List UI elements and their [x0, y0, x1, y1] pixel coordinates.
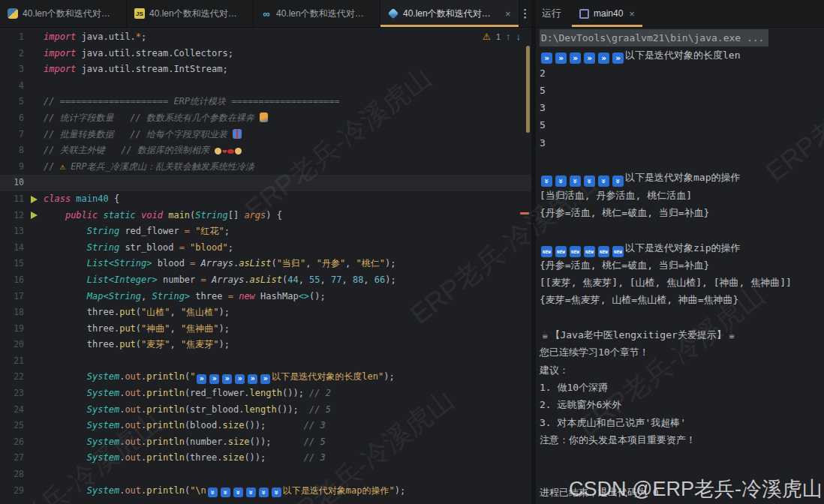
- code-text: List<Integer> number = Arrays.asList(44,…: [44, 272, 396, 289]
- gutter-slot: [24, 386, 44, 402]
- code-token: str_blood: [125, 242, 179, 253]
- editor-tab-3[interactable]: ∞40.len个数和迭代对象map_zip: [254, 0, 380, 27]
- code-token: ,: [345, 258, 356, 268]
- code-token: out: [125, 452, 141, 463]
- console-line-text: [[麦芽, 焦麦芽], [山楂, 焦山楂], [神曲, 焦神曲]]: [540, 274, 792, 291]
- code-token: System: [87, 436, 119, 447]
- inspection-widget[interactable]: ⚠ 1 ↑ ↓: [483, 31, 521, 42]
- code-token: three.: [44, 307, 119, 317]
- code-token: ERP老兵_冷溪虎山：乱关联会触发系统性冷淡: [71, 161, 254, 172]
- code-token: List: [87, 258, 109, 268]
- code-token: 以下是迭代对象map的操作: [625, 172, 740, 183]
- fast-forward-badge-icon: »: [209, 374, 219, 384]
- next-issue-down-arrow-icon[interactable]: ↓: [516, 31, 522, 42]
- code-line: 6// 统计字段数量 // 数数系统有几个参数在裸奔: [0, 110, 531, 127]
- code-token: three: [195, 291, 227, 302]
- code-token: 【Java老中医lengxitiger关爱提示】: [550, 329, 726, 340]
- code-token: 您已连续学习10个章节！: [540, 346, 649, 358]
- tab-close-icon[interactable]: ×: [505, 8, 511, 20]
- editor-tab-1[interactable]: 40.len个数和迭代对象map_zip: [0, 0, 127, 27]
- fast-forward-badge-icon: »: [555, 52, 567, 64]
- tab-options-button[interactable]: ⋮: [519, 0, 531, 27]
- code-token: ());: [244, 420, 303, 430]
- python-icon: [8, 8, 18, 19]
- code-text: String red_flower = "红花";: [44, 224, 230, 240]
- code-text: // ==================== ERP统计模块 ========…: [44, 94, 340, 110]
- run-gutter-button[interactable]: [24, 208, 44, 224]
- down-arrow-badge-icon: »: [584, 176, 595, 187]
- line-number: 20: [0, 337, 24, 353]
- gutter-slot: [24, 240, 44, 256]
- csdn-watermark: CSDN @ERP老兵-冷溪虎山: [569, 476, 822, 502]
- line-number: 15: [0, 256, 24, 272]
- code-token: put: [119, 307, 136, 317]
- console-line: [540, 448, 824, 466]
- new-badge-icon: NEW: [541, 246, 552, 257]
- line-number: 4: [0, 78, 24, 94]
- cube-glyph: [388, 8, 398, 19]
- code-token: [44, 210, 65, 220]
- necktie-emoji-icon: [233, 129, 242, 139]
- editor-tab-2[interactable]: JS40.len个数和迭代对象map_zip: [127, 0, 254, 27]
- code-line: 24 System.out.println(str_blood.length()…: [0, 402, 531, 418]
- code-token: java.util.: [82, 32, 136, 42]
- code-line: 21: [0, 353, 531, 370]
- code-token: ());: [282, 388, 309, 398]
- console-line-text: {丹参=活血, 桃仁=破血, 当归=补血}: [540, 256, 709, 274]
- code-text: import java.util.*;: [44, 29, 146, 46]
- console-line: »»»»»»以下是迭代对象的长度len: [540, 46, 824, 64]
- code-token: // 3: [304, 420, 326, 430]
- code-line: 26 System.out.println(number.size()); //…: [0, 434, 531, 451]
- console-line: 5: [540, 82, 824, 99]
- console-line: 您已连续学习10个章节！: [540, 344, 824, 361]
- console-line: ☕【Java老中医lengxitiger关爱提示】☕: [540, 326, 824, 344]
- prev-issue-up-arrow-icon[interactable]: ↑: [506, 31, 511, 42]
- code-token: =: [190, 258, 200, 268]
- code-token: String: [109, 291, 141, 302]
- code-token: ;: [224, 226, 230, 236]
- code-token: ());: [277, 404, 309, 415]
- code-line: 8// 关联主外键 // 数据库的强制相亲 ❤: [0, 142, 531, 159]
- console-line[interactable]: D:\DevTools\graalvm21\bin\java.exe ...: [540, 29, 824, 46]
- down-arrow-badge-icon: »: [208, 488, 218, 497]
- gutter-slot: [24, 418, 44, 434]
- code-token: import: [44, 48, 82, 58]
- code-text: import java.util.stream.IntStream;: [44, 62, 228, 78]
- code-line: 4: [0, 78, 531, 94]
- console-line: [540, 221, 824, 238]
- code-token: ,: [341, 274, 352, 285]
- code-line: 22 System.out.println("»»»»»»以下是迭代对象的长度l…: [0, 369, 531, 386]
- down-arrow-badge-icon: »: [541, 176, 552, 187]
- console-line: 3: [540, 134, 824, 152]
- editor-tab-4[interactable]: 40.len个数和迭代对象map_×: [380, 0, 519, 27]
- console-output: D:\DevTools\graalvm21\bin\java.exe ...»»…: [540, 29, 824, 501]
- code-token: (: [136, 339, 141, 350]
- console-line-text: 3. 对本虎山和自己说声'我超棒': [540, 414, 686, 431]
- console-line-text: 3: [540, 99, 546, 116]
- fast-forward-badge-icon: »: [541, 52, 552, 64]
- scrollbar-marker[interactable]: [526, 46, 530, 133]
- code-token: 55: [309, 274, 320, 285]
- run-gutter-button[interactable]: [24, 191, 44, 208]
- line-number: 23: [0, 386, 24, 402]
- code-token: size: [222, 420, 244, 430]
- code-token: Map: [87, 291, 104, 302]
- line-number: 6: [0, 110, 24, 127]
- ide-window: 40.len个数和迭代对象map_zipJS40.len个数和迭代对象map_z…: [0, 0, 824, 504]
- run-tab-close-icon[interactable]: ×: [629, 8, 635, 20]
- console-line: 3: [540, 99, 824, 116]
- line-number: 19: [0, 321, 24, 338]
- code-token: println: [146, 371, 185, 382]
- line-number: 1: [0, 29, 24, 46]
- code-line: 10: [0, 175, 531, 191]
- code-token: {丹参=活血, 桃仁=破血, 当归=补血}: [540, 207, 709, 218]
- gutter-slot: [24, 78, 44, 94]
- run-tab-main40[interactable]: main40 ×: [572, 0, 642, 27]
- console-line-text: 注意：你的头发是本项目重要资产！: [540, 431, 696, 448]
- code-token: ,: [170, 339, 181, 350]
- error-stripe-mark[interactable]: [520, 212, 529, 214]
- code-token: number: [163, 274, 201, 285]
- code-token: [44, 242, 87, 253]
- code-token: [44, 258, 87, 268]
- code-token: "山楂": [141, 307, 170, 317]
